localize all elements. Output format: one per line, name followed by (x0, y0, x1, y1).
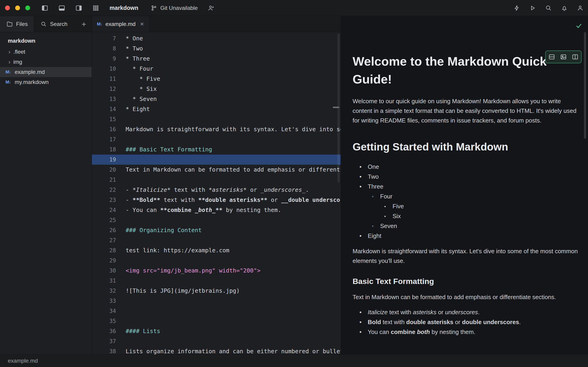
code-line-31[interactable]: 31 (92, 276, 341, 286)
tab-files[interactable]: Files (0, 16, 34, 32)
tree-item--fleet[interactable]: ›.fleet (0, 47, 92, 57)
preview-heading-3: Basic Text Formatting (353, 276, 579, 286)
line-number[interactable]: 38 (92, 346, 116, 354)
line-number[interactable]: 22 (92, 185, 116, 195)
line-number[interactable]: 25 (92, 215, 116, 225)
code-line-7[interactable]: 7* One (92, 33, 341, 44)
line-number[interactable]: 12 (92, 84, 116, 94)
project-root-label[interactable]: markdown (0, 35, 92, 47)
line-number[interactable]: 13 (92, 94, 116, 104)
line-number[interactable]: 27 (92, 235, 116, 245)
line-number[interactable]: 19 (92, 155, 116, 165)
code-line-10[interactable]: 10 * Four (92, 64, 341, 74)
line-number[interactable]: 30 (92, 266, 116, 276)
line-number[interactable]: 23 (92, 195, 116, 205)
line-number[interactable]: 8 (92, 44, 116, 54)
code-line-34[interactable]: 34 (92, 306, 341, 316)
code-line-17[interactable]: 17 (92, 134, 341, 144)
run-icon[interactable] (529, 4, 536, 12)
line-number[interactable]: 7 (92, 33, 116, 44)
grid-icon[interactable] (92, 4, 99, 12)
line-number[interactable]: 33 (92, 296, 116, 306)
code-editor[interactable]: 7* One8* Two9* Three10 * Four11 * Five12… (92, 32, 341, 354)
tree-item-img[interactable]: ›img (0, 57, 92, 67)
line-number[interactable]: 32 (92, 286, 116, 296)
code-line-22[interactable]: 22- *Italicize* text with *asterisks* or… (92, 185, 341, 195)
line-number[interactable]: 9 (92, 54, 116, 64)
code-line-37[interactable]: 37 (92, 336, 341, 346)
code-line-12[interactable]: 12 * Six (92, 84, 341, 94)
code-line-15[interactable]: 15 (92, 114, 341, 124)
line-number[interactable]: 29 (92, 256, 116, 266)
code-line-23[interactable]: 23- **Bold** text with **double asterisk… (92, 195, 341, 205)
code-line-29[interactable]: 29 (92, 256, 341, 266)
line-number[interactable]: 18 (92, 144, 116, 155)
code-line-35[interactable]: 35 (92, 316, 341, 326)
tree-item-example-md[interactable]: M↓example.md (0, 67, 92, 77)
code-line-38[interactable]: 38Lists organize information and can be … (92, 346, 341, 354)
code-line-18[interactable]: 18### Basic Text Formatting (92, 144, 341, 155)
code-line-11[interactable]: 11 * Five (92, 74, 341, 84)
add-tool-tab-button[interactable]: + (82, 20, 86, 28)
code-line-27[interactable]: 27 (92, 235, 341, 245)
code-line-30[interactable]: 30<img src="img/jb_beam.png" width="200"… (92, 266, 341, 276)
line-number[interactable]: 26 (92, 225, 116, 235)
editor-pane: M↓ example.md × 7* One8* Two9* Three10 *… (92, 16, 341, 354)
magnifier-icon (40, 20, 47, 28)
code-line-25[interactable]: 25 (92, 215, 341, 225)
line-number[interactable]: 14 (92, 104, 116, 114)
line-number[interactable]: 17 (92, 134, 116, 144)
panel-right-icon[interactable] (75, 4, 82, 12)
code-line-20[interactable]: 20Text in Markdown can be formatted to a… (92, 165, 341, 175)
code-line-28[interactable]: 28test link: https://example.com (92, 245, 341, 256)
line-number[interactable]: 24 (92, 205, 116, 215)
line-number[interactable]: 11 (92, 74, 116, 84)
tab-search[interactable]: Search (34, 16, 73, 32)
code-line-16[interactable]: 16Markdown is straightforward with its s… (92, 124, 341, 134)
line-number[interactable]: 28 (92, 245, 116, 256)
split-horizontal-icon[interactable] (548, 53, 555, 60)
image-icon[interactable] (560, 53, 567, 60)
line-number[interactable]: 20 (92, 165, 116, 175)
preview-scrollbar[interactable] (584, 32, 586, 139)
code-line-13[interactable]: 13 * Seven (92, 94, 341, 104)
lightning-icon[interactable] (513, 4, 520, 12)
line-number[interactable]: 37 (92, 336, 116, 346)
code-line-32[interactable]: 32![This is JPG](img/jetbrains.jpg) (92, 286, 341, 296)
panel-bottom-icon[interactable] (58, 4, 65, 12)
code-line-24[interactable]: 24- You can **combine _both_** by nestin… (92, 205, 341, 215)
chevron-right-icon[interactable]: › (6, 48, 13, 56)
bell-icon[interactable] (561, 4, 568, 12)
search-icon[interactable] (545, 4, 552, 12)
code-line-19[interactable]: 19 (92, 155, 341, 165)
editor-tab-example-md[interactable]: M↓ example.md × (92, 16, 149, 32)
code-line-14[interactable]: 14* Eight (92, 104, 341, 114)
line-number[interactable]: 10 (92, 64, 116, 74)
git-status[interactable]: Git Unavailable (150, 4, 198, 12)
add-user-icon[interactable] (208, 4, 215, 12)
chevron-right-icon[interactable]: › (6, 58, 13, 66)
panel-left-icon[interactable] (41, 4, 48, 12)
fleet-window: markdown Git Unavailable (0, 0, 588, 367)
close-window-button[interactable] (5, 6, 10, 10)
account-icon[interactable] (577, 4, 584, 12)
line-number[interactable]: 34 (92, 306, 116, 316)
line-number[interactable]: 31 (92, 276, 116, 286)
code-line-21[interactable]: 21 (92, 175, 341, 185)
code-line-36[interactable]: 36#### Lists (92, 326, 341, 336)
code-line-8[interactable]: 8* Two (92, 44, 341, 54)
line-number[interactable]: 36 (92, 326, 116, 336)
line-number[interactable]: 35 (92, 316, 116, 326)
split-vertical-icon[interactable] (571, 53, 579, 60)
minimize-window-button[interactable] (15, 6, 20, 10)
tree-item-my-markdown[interactable]: M↓my.markdown (0, 77, 92, 87)
close-tab-icon[interactable]: × (140, 20, 144, 28)
zoom-window-button[interactable] (25, 6, 30, 10)
code-line-26[interactable]: 26### Organizing Content (92, 225, 341, 235)
line-number[interactable]: 21 (92, 175, 116, 185)
line-number[interactable]: 16 (92, 124, 116, 134)
code-line-33[interactable]: 33 (92, 296, 341, 306)
line-number[interactable]: 15 (92, 114, 116, 124)
code-line-9[interactable]: 9* Three (92, 54, 341, 64)
editor-scrollbar[interactable] (337, 33, 340, 183)
